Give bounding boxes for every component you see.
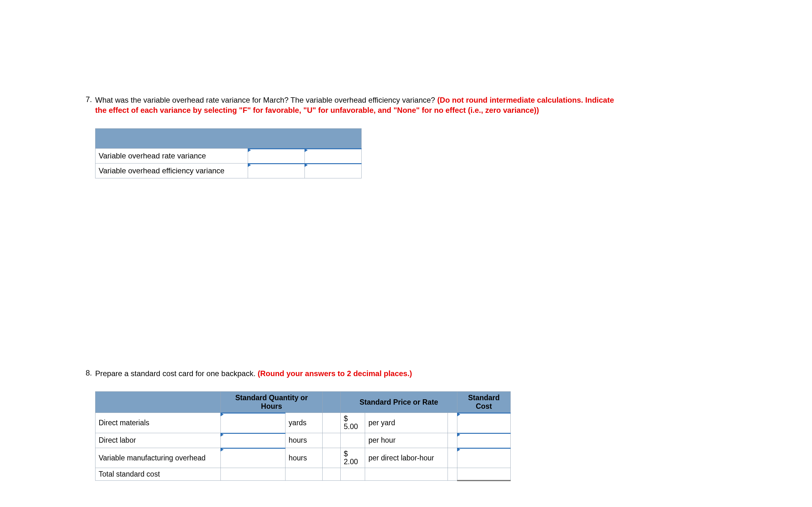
variance-effect-input[interactable] <box>305 163 362 178</box>
rate-value: $ 2.00 <box>340 448 365 468</box>
table-row: Direct labor hours per hour <box>96 433 511 448</box>
qty-unit: hours <box>286 448 322 468</box>
q8-prompt: Prepare a standard cost card for one bac… <box>95 369 256 378</box>
rate-value: $ 5.00 <box>340 413 365 433</box>
spacer <box>365 468 448 481</box>
rate-unit: per hour <box>365 433 448 448</box>
row-label: Direct materials <box>96 413 221 433</box>
question-number: 7. <box>76 95 95 178</box>
table-header-row: Standard Quantity or Hours Standard Pric… <box>96 392 511 413</box>
q8-table: Standard Quantity or Hours Standard Pric… <box>95 391 511 481</box>
table-row: Variable manufacturing overhead hours $ … <box>96 448 511 468</box>
currency-symbol: $ <box>344 415 362 423</box>
variance-amount-input[interactable] <box>248 163 305 178</box>
rate-unit: per yard <box>365 413 448 433</box>
table-row: Direct materials yards $ 5.00 per yard <box>96 413 511 433</box>
qty-input[interactable] <box>221 433 286 448</box>
spacer <box>322 468 340 481</box>
table-row: Variable overhead efficiency variance <box>96 163 362 178</box>
cost-input[interactable] <box>457 448 510 468</box>
total-label: Total standard cost <box>96 468 221 481</box>
rate-unit: per direct labor-hour <box>365 448 448 468</box>
question-text: Prepare a standard cost card for one bac… <box>95 369 622 379</box>
row-label: Variable overhead rate variance <box>96 148 248 163</box>
question-text: What was the variable overhead rate vari… <box>95 95 622 116</box>
rate-amount: 2.00 <box>344 458 362 466</box>
question-body: Prepare a standard cost card for one bac… <box>95 369 622 481</box>
variance-effect-input[interactable] <box>305 148 362 163</box>
spacer <box>448 433 457 448</box>
row-label: Variable manufacturing overhead <box>96 448 221 468</box>
spacer <box>286 468 322 481</box>
table-total-row: Total standard cost <box>96 468 511 481</box>
spacer <box>221 468 286 481</box>
spacer <box>322 413 340 433</box>
question-8: 8. Prepare a standard cost card for one … <box>76 369 622 481</box>
cost-input[interactable] <box>457 413 510 433</box>
spacer <box>448 468 457 481</box>
table-header-row <box>96 128 362 148</box>
q7-table: Variable overhead rate variance Variable… <box>95 128 362 178</box>
col-cost: Standard Cost <box>457 392 510 413</box>
rate-value <box>340 433 365 448</box>
total-cost-cell <box>457 468 510 481</box>
question-body: What was the variable overhead rate vari… <box>95 95 622 178</box>
col-rate: Standard Price or Rate <box>340 392 457 413</box>
rate-amount: 5.00 <box>344 423 362 431</box>
question-7: 7. What was the variable overhead rate v… <box>76 95 622 178</box>
spacer <box>340 468 365 481</box>
spacer <box>322 433 340 448</box>
question-number: 8. <box>76 369 95 481</box>
variance-amount-input[interactable] <box>248 148 305 163</box>
qty-input[interactable] <box>221 448 286 468</box>
row-label: Direct labor <box>96 433 221 448</box>
spacer <box>448 448 457 468</box>
spacer <box>448 413 457 433</box>
qty-unit: hours <box>286 433 322 448</box>
q7-prompt: What was the variable overhead rate vari… <box>95 96 435 104</box>
currency-symbol: $ <box>344 450 362 458</box>
q8-instructions: (Round your answers to 2 decimal places.… <box>258 369 412 378</box>
cost-input[interactable] <box>457 433 510 448</box>
col-qty: Standard Quantity or Hours <box>221 392 322 413</box>
row-label: Variable overhead efficiency variance <box>96 163 248 178</box>
table-row: Variable overhead rate variance <box>96 148 362 163</box>
spacer <box>322 448 340 468</box>
qty-unit: yards <box>286 413 322 433</box>
qty-input[interactable] <box>221 413 286 433</box>
